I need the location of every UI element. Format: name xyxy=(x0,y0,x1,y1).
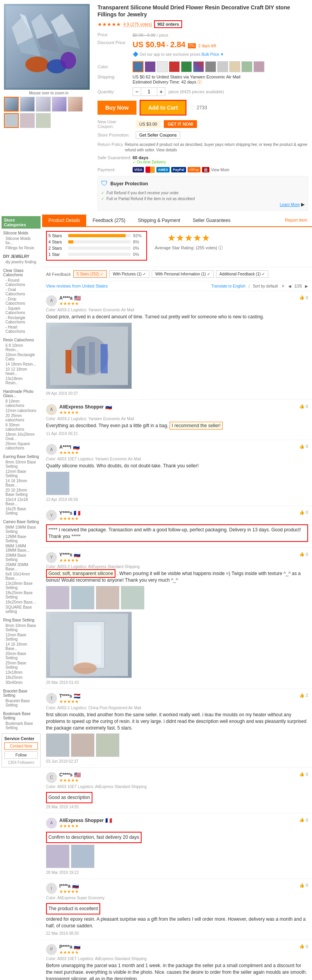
view-us-link[interactable]: View reviews from United States xyxy=(46,284,108,288)
sidebar-sub-cameo-10[interactable]: SQUARE Base setting xyxy=(2,605,41,614)
sidebar-sub-cameo-7[interactable]: 13x18mm Base Setting xyxy=(2,581,41,590)
sidebar-sub-2[interactable]: Fillings for Resin xyxy=(2,245,41,250)
sidebar-sub-cameo-9[interactable]: 18x25mm Base... xyxy=(2,600,41,605)
sidebar-sub-bracelet-1[interactable]: Bracelet Base Setting xyxy=(2,698,41,708)
like-button-5[interactable]: 👍 0 xyxy=(299,552,308,557)
sidebar-item-silicone-molds[interactable]: Silicone Molds xyxy=(2,230,41,236)
like-button-4[interactable]: 👍 0 xyxy=(299,510,308,515)
like-button-8[interactable]: 👍 0 xyxy=(299,817,308,822)
sidebar-sub-ring-2[interactable]: 12mm Base Setting xyxy=(2,632,41,642)
buy-now-button[interactable]: Buy Now xyxy=(98,101,136,115)
sidebar-sub-photo-6[interactable]: 25mm Square cabochons xyxy=(2,441,41,451)
like-button-9[interactable]: 👍 0 xyxy=(299,883,308,888)
sidebar-sub-earring-3[interactable]: 14 16 18mm Base... xyxy=(2,478,41,488)
get-coupon-button[interactable]: GET IT NOW xyxy=(164,120,197,128)
sidebar-item-photo-glass[interactable]: Handmade Photo Glass... xyxy=(2,389,41,399)
sidebar-sub-cameo-8[interactable]: 18x25mm Base Setting xyxy=(2,590,41,600)
filter-additional-button[interactable]: Additional Feedback (1) ✓ xyxy=(216,270,268,278)
thumb-3[interactable] xyxy=(36,97,51,112)
like-button-2[interactable]: 👍 0 xyxy=(299,404,308,409)
sidebar-sub-cameo-5[interactable]: 25MM 30MM Base... xyxy=(2,562,41,572)
sidebar-item-bookmark[interactable]: Bookmark Base Setting xyxy=(2,711,41,721)
like-button-1[interactable]: 👍 0 xyxy=(299,295,308,300)
sidebar-item-resin-cabs[interactable]: Resin Cabochons xyxy=(2,337,41,343)
rating-count[interactable]: 4.9 (275 votes) xyxy=(123,22,152,27)
sidebar-sub-resin-1[interactable]: 6 8 10mm Resin... xyxy=(2,343,41,352)
sidebar-sub-earring-6[interactable]: 16x25 Base Setting xyxy=(2,506,41,516)
sidebar-sub-ring-6[interactable]: 13x18mm xyxy=(2,670,41,675)
tab-product-details[interactable]: Product Details xyxy=(42,215,86,226)
sidebar-item-cameo[interactable]: Cameo Base Setting xyxy=(2,519,41,525)
sidebar-item-diy-jewelry[interactable]: DIY JEWELRY xyxy=(2,254,41,259)
sidebar-item-ring[interactable]: Ring Base Setting xyxy=(2,617,41,623)
sidebar-sub-photo-1[interactable]: 8 10mm cabochons xyxy=(2,399,41,408)
color-swatch-9[interactable] xyxy=(229,61,240,72)
qty-minus-button[interactable]: − xyxy=(133,87,141,96)
sidebar-sub-resin-3[interactable]: 14 18mm Resin... xyxy=(2,362,41,367)
sidebar-sub-ring-7[interactable]: 18x25mm xyxy=(2,675,41,680)
color-swatch-7[interactable] xyxy=(205,61,216,72)
color-swatch-8[interactable] xyxy=(217,61,228,72)
like-button-7[interactable]: 👍 0 xyxy=(299,772,308,777)
sidebar-sub-resin-4[interactable]: 10 12 18mm heart... xyxy=(2,367,41,376)
sidebar-sub-cameo-2[interactable]: 12MM Base Setting xyxy=(2,534,41,543)
pagination-next[interactable]: ▶ xyxy=(305,284,308,288)
sidebar-sub-earring-4[interactable]: 20 10 18mm Base Setting xyxy=(2,488,41,497)
sidebar-sub-resin-2[interactable]: 10mm Rectangle Cabs xyxy=(2,352,41,362)
color-swatch-4[interactable] xyxy=(169,61,180,72)
contact-button[interactable]: Contact Now xyxy=(4,742,38,750)
sidebar-sub-glass-1[interactable]: - Round Cabochons xyxy=(2,278,41,287)
sidebar-sub-cameo-3[interactable]: 8MM 14MM 18MM Base... xyxy=(2,543,41,553)
qty-plus-button[interactable]: + xyxy=(157,87,165,96)
color-swatch-1[interactable] xyxy=(133,61,144,72)
like-button-3[interactable]: 👍 0 xyxy=(299,444,308,449)
sidebar-sub-glass-5[interactable]: - Rectangle Cabochons xyxy=(2,315,41,325)
like-button-6[interactable]: 👍 2 xyxy=(299,693,308,698)
color-swatch-3[interactable] xyxy=(157,61,168,72)
like-button-10[interactable]: 👍 0 xyxy=(299,944,308,949)
sidebar-sub-glass-4[interactable]: - Square Cabochons xyxy=(2,306,41,315)
thumb-4[interactable] xyxy=(52,97,67,112)
sidebar-sub-earring-5[interactable]: 10x14 13x18 Base... xyxy=(2,497,41,506)
sidebar-sub-bookmark-1[interactable]: Bookmark Base Setting xyxy=(2,721,41,730)
filter-personal-info-button[interactable]: With Personal Information (1) ✓ xyxy=(152,270,214,278)
follow-button[interactable]: Follow xyxy=(4,751,38,759)
sidebar-sub-ring-5[interactable]: 25mm Base Setting xyxy=(2,660,41,670)
sort-select[interactable]: Sort by default xyxy=(253,284,278,288)
learn-more-link[interactable]: Learn More xyxy=(280,202,300,207)
sidebar-sub-photo-5[interactable]: 18mm 16x20mm Oval... xyxy=(2,432,41,441)
tab-seller-guarantees[interactable]: Seller Guarantees xyxy=(186,215,237,226)
sidebar-item-glass-cabs[interactable]: Clear Glass Cabochons xyxy=(2,268,41,278)
report-item-link[interactable]: Report Item xyxy=(280,215,312,226)
thumb-8[interactable] xyxy=(36,113,51,128)
thumb-2[interactable] xyxy=(20,97,35,112)
view-more-payment[interactable]: View More xyxy=(211,168,229,172)
app-promo[interactable]: 🔷 Get our app to see exclusive prices Bu… xyxy=(133,52,224,57)
add-to-cart-button[interactable]: Add to Cart xyxy=(140,100,186,115)
thumb-5[interactable] xyxy=(68,97,83,112)
color-swatch-11[interactable] xyxy=(254,61,264,72)
sidebar-sub-ring-1[interactable]: 8mm 10mm Base Setting xyxy=(2,623,41,632)
sidebar-sub-earring-2[interactable]: 12mm Base Setting xyxy=(2,469,41,478)
sidebar-sub-earring-1[interactable]: 8mm 10mm Base Setting xyxy=(2,460,41,469)
sidebar-sub-1[interactable]: Silicone Molds for... xyxy=(2,236,41,245)
sidebar-sub-cameo-4[interactable]: 20MM Base Setting xyxy=(2,553,41,562)
wishlist-count[interactable]: ♡ 2733 xyxy=(190,104,207,112)
sidebar-sub-ring-4[interactable]: 20mm Base Setting xyxy=(2,651,41,660)
sidebar-sub-ring-8[interactable]: 30x40mm xyxy=(2,680,41,685)
color-swatch-6[interactable] xyxy=(193,61,204,72)
sidebar-sub-resin-5[interactable]: 13x18mm Resin... xyxy=(2,376,41,385)
sidebar-sub-glass-3[interactable]: - Drop Cabochons xyxy=(2,296,41,306)
thumb-7[interactable] xyxy=(20,113,35,128)
translate-link[interactable]: Translate to English xyxy=(211,284,246,288)
color-swatch-5[interactable] xyxy=(181,61,192,72)
color-swatch-2[interactable] xyxy=(145,61,156,72)
sidebar-item-earring[interactable]: Earring Base Setting xyxy=(2,454,41,460)
sidebar-sub-photo-4[interactable]: 8 30mm cabochons xyxy=(2,423,41,432)
sidebar-sub-photo-2[interactable]: 12mm cabochons xyxy=(2,408,41,413)
sidebar-sub-cameo-1[interactable]: 8MM 10MM Base Setting xyxy=(2,525,41,534)
thumb-6[interactable] xyxy=(4,113,19,128)
color-swatch-10[interactable] xyxy=(241,61,252,72)
sidebar-sub-glass-6[interactable]: - Heart Cabochons xyxy=(2,325,41,334)
thumb-1[interactable] xyxy=(4,97,19,112)
